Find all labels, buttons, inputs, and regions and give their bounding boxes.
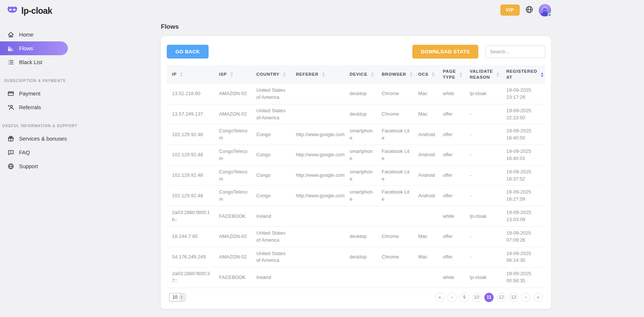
cell-registered_at: 19-09-202513:03:09 bbox=[501, 206, 545, 227]
cell-registered_at: 19-09-202516:37:52 bbox=[501, 165, 545, 186]
column-header-device[interactable]: DEVICE bbox=[344, 65, 376, 84]
cell-registered_at: 19-09-202522:23:50 bbox=[501, 104, 545, 125]
page-button-9[interactable]: 9 bbox=[460, 293, 469, 302]
cell-browser: Facebook Lite bbox=[376, 125, 413, 145]
column-header-isp[interactable]: ISP bbox=[214, 65, 251, 84]
column-header-validate_reason[interactable]: VALIDATE REASON bbox=[465, 65, 501, 84]
page-button-11[interactable]: 11 bbox=[484, 293, 494, 302]
column-header-country[interactable]: COUNTRY bbox=[251, 65, 291, 84]
column-label: VALIDATE REASON bbox=[470, 69, 493, 80]
page-button-13[interactable]: 13 bbox=[509, 293, 518, 302]
card-footer: 10 «‹910111213›» bbox=[167, 293, 545, 302]
table-row: 54.176.249.249AMAZON-02United States of … bbox=[167, 247, 545, 267]
cell-registered_at: 19-09-202516:40:01 bbox=[501, 145, 545, 166]
cell-ocs: Android bbox=[413, 125, 438, 145]
cell-isp: AMAZON-02 bbox=[214, 84, 251, 104]
column-header-browser[interactable]: BROWSER bbox=[376, 65, 413, 84]
sidebar-item-black-list[interactable]: Black List bbox=[0, 55, 68, 69]
sidebar-item-label: Home bbox=[19, 32, 34, 38]
cell-device bbox=[344, 267, 376, 288]
pagination: «‹910111213›» bbox=[435, 293, 543, 302]
sort-icon bbox=[180, 72, 183, 77]
table-row: 2a03:2880:f800:1b::FACEBOOKIrelandwhitel… bbox=[167, 206, 545, 227]
table-body: 13.52.218.60AMAZON-02United States of Am… bbox=[167, 84, 545, 288]
sidebar-item-label: Flows bbox=[19, 45, 33, 51]
cell-country: Congo bbox=[251, 145, 291, 166]
sidebar-item-services[interactable]: Services & bonuses bbox=[0, 132, 68, 145]
cell-ip: 54.176.249.249 bbox=[167, 247, 214, 267]
page-button-12[interactable]: 12 bbox=[497, 293, 506, 302]
column-header-ocs[interactable]: OCS bbox=[413, 65, 438, 84]
search-input[interactable] bbox=[485, 45, 545, 58]
sidebar-section-support: USEFUL INFORMATION & SUPPORT bbox=[0, 124, 68, 128]
cell-device: smartphone bbox=[344, 125, 376, 145]
globe-icon bbox=[525, 6, 533, 15]
sidebar-section-subscription: SUBSCRIPTION & PAYMENTS bbox=[0, 79, 68, 83]
cell-ip: 102.129.92.48 bbox=[167, 145, 214, 166]
flows-icon bbox=[7, 45, 14, 52]
page-size-select[interactable]: 10 bbox=[169, 293, 185, 301]
cell-country: United States of America bbox=[251, 247, 291, 267]
column-label: DEVICE bbox=[350, 72, 368, 78]
home-icon bbox=[7, 31, 14, 38]
cell-validate_reason: lp-cloak bbox=[465, 84, 501, 104]
cell-validate_reason: - bbox=[465, 186, 501, 206]
sidebar-item-payment[interactable]: Payment bbox=[0, 87, 68, 100]
cell-referer: http://www.google.com/ bbox=[291, 125, 344, 145]
table-row: 102.129.92.48CongoTelecomCongohttp://www… bbox=[167, 165, 545, 186]
topbar: VIP bbox=[161, 0, 551, 17]
cell-ip: 102.129.92.48 bbox=[167, 125, 214, 145]
cell-registered_at: 19-09-202516:27:59 bbox=[501, 186, 545, 206]
column-header-referer[interactable]: REFERER bbox=[291, 65, 344, 84]
cell-page_type: offer bbox=[438, 226, 465, 247]
flows-table: IPISPCOUNTRYREFERERDEVICEBROWSEROCSPAGE … bbox=[167, 65, 545, 288]
column-header-ip[interactable]: IP bbox=[167, 65, 214, 84]
sidebar-item-flows[interactable]: Flows bbox=[0, 41, 68, 55]
user-avatar[interactable] bbox=[539, 4, 551, 16]
cell-device bbox=[344, 206, 376, 227]
sidebar-item-label: Support bbox=[19, 163, 38, 169]
sort-icon bbox=[541, 72, 544, 77]
card-toolbar: GO BACK DOWNLOAD STATS bbox=[167, 42, 545, 60]
page-nav-button[interactable]: » bbox=[534, 293, 543, 302]
cell-isp: FACEBOOK bbox=[214, 206, 251, 227]
cell-referer bbox=[291, 104, 344, 125]
sidebar-item-home[interactable]: Home bbox=[0, 28, 68, 41]
download-stats-button[interactable]: DOWNLOAD STATS bbox=[412, 45, 478, 59]
vip-button[interactable]: VIP bbox=[500, 4, 520, 16]
column-label: OCS bbox=[418, 72, 428, 78]
page-nav-button[interactable]: « bbox=[435, 293, 444, 302]
table-row: 102.129.92.48CongoTelecomCongohttp://www… bbox=[167, 145, 545, 166]
sort-icon bbox=[283, 72, 286, 77]
language-globe-button[interactable] bbox=[525, 6, 533, 15]
cell-page_type: offer bbox=[438, 247, 465, 267]
page-nav-button[interactable]: ‹ bbox=[447, 293, 457, 302]
page-button-10[interactable]: 10 bbox=[472, 293, 481, 302]
sort-icon bbox=[410, 72, 413, 77]
sidebar-item-label: FAQ bbox=[19, 150, 30, 156]
column-header-page_type[interactable]: PAGE TYPE bbox=[438, 65, 465, 84]
cell-country: Congo bbox=[251, 186, 291, 206]
column-header-registered_at[interactable]: REGISTERED AT bbox=[501, 65, 545, 84]
cell-ocs: Android bbox=[413, 186, 438, 206]
cell-country: United States of America bbox=[251, 104, 291, 125]
sidebar-item-support[interactable]: Support bbox=[0, 159, 68, 173]
cell-ip: 13.52.218.60 bbox=[167, 84, 214, 104]
sort-icon bbox=[432, 72, 435, 77]
page-nav-button[interactable]: › bbox=[521, 293, 531, 302]
cell-device: smartphone bbox=[344, 165, 376, 186]
sidebar-item-label: Referrals bbox=[19, 104, 41, 110]
cell-page_type: offer bbox=[438, 145, 465, 166]
go-back-button[interactable]: GO BACK bbox=[167, 45, 209, 59]
sidebar: lp-cloak Home Flows bbox=[0, 0, 68, 317]
logo[interactable]: lp-cloak bbox=[0, 5, 68, 16]
cell-isp: CongoTelecom bbox=[214, 165, 251, 186]
sidebar-item-referrals[interactable]: Referrals bbox=[0, 100, 68, 114]
cell-validate_reason: - bbox=[465, 125, 501, 145]
sidebar-item-faq[interactable]: ?! FAQ bbox=[0, 145, 68, 159]
table-row: 13.52.218.60AMAZON-02United States of Am… bbox=[167, 84, 545, 104]
cell-device: smartphone bbox=[344, 186, 376, 206]
cell-isp: AMAZON-02 bbox=[214, 247, 251, 267]
table-head: IPISPCOUNTRYREFERERDEVICEBROWSEROCSPAGE … bbox=[167, 65, 545, 84]
cell-isp: CongoTelecom bbox=[214, 125, 251, 145]
